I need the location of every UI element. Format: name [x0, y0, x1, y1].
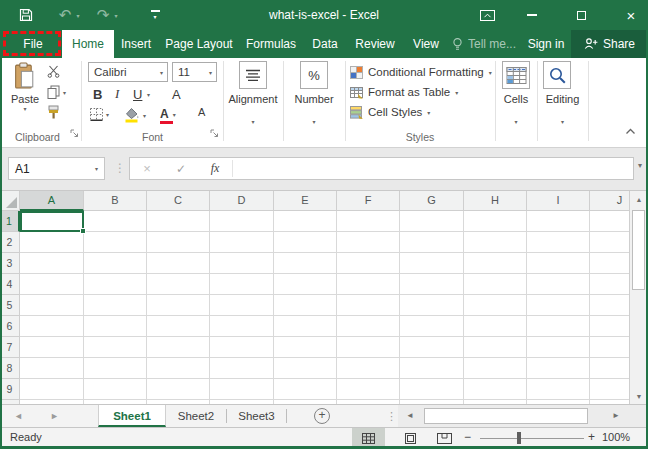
cell-J2[interactable] [590, 232, 629, 253]
zoom-slider-thumb[interactable] [517, 432, 521, 444]
sheet-tab-sheet1[interactable]: Sheet1 [98, 405, 166, 427]
cell-A2[interactable] [20, 232, 84, 253]
cell-F2[interactable] [337, 232, 400, 253]
formula-input[interactable] [233, 158, 633, 179]
cell-D5[interactable] [210, 295, 274, 316]
close-button[interactable]: × [616, 0, 646, 30]
cell-C8[interactable] [147, 358, 210, 379]
underline-button[interactable]: U [133, 85, 142, 103]
cell-A3[interactable] [20, 253, 84, 274]
cell-H9[interactable] [464, 379, 527, 400]
cell-G6[interactable] [400, 316, 464, 337]
cell-G9[interactable] [400, 379, 464, 400]
cell-H2[interactable] [464, 232, 527, 253]
cell-J9[interactable] [590, 379, 629, 400]
cell-B5[interactable] [84, 295, 147, 316]
cell-A6[interactable] [20, 316, 84, 337]
clipboard-dialog-launcher[interactable] [70, 124, 79, 142]
fill-handle[interactable] [80, 228, 86, 234]
cell-E1[interactable] [274, 211, 337, 232]
scroll-down-button[interactable]: ▼ [630, 388, 648, 405]
cell-G1[interactable] [400, 211, 464, 232]
collapse-ribbon-button[interactable] [625, 121, 636, 139]
cell-C9[interactable] [147, 379, 210, 400]
row-header-8[interactable]: 8 [0, 358, 20, 379]
cell-J6[interactable] [590, 316, 629, 337]
cell-A4[interactable] [20, 274, 84, 295]
cells-button[interactable] [502, 61, 530, 89]
cell-C4[interactable] [147, 274, 210, 295]
cell-D4[interactable] [210, 274, 274, 295]
number-button[interactable]: % [300, 61, 328, 89]
cell-G8[interactable] [400, 358, 464, 379]
vertical-scrollbar[interactable]: ▲ ▼ [629, 191, 648, 405]
column-header-B[interactable]: B [84, 191, 147, 211]
cell-C6[interactable] [147, 316, 210, 337]
cell-D8[interactable] [210, 358, 274, 379]
sheet-nav-left-button[interactable]: ◄ [14, 405, 23, 427]
share-button[interactable]: Share [571, 30, 648, 58]
cell-styles-button[interactable]: Cell Styles ▾ [350, 104, 430, 120]
row-header-2[interactable]: 2 [0, 232, 20, 253]
zoom-slider[interactable] [480, 438, 584, 439]
ribbon-display-options-button[interactable] [472, 0, 502, 30]
cell-I7[interactable] [527, 337, 590, 358]
cell-F5[interactable] [337, 295, 400, 316]
cell-B6[interactable] [84, 316, 147, 337]
row-header-4[interactable]: 4 [0, 274, 20, 295]
cell-B4[interactable] [84, 274, 147, 295]
cell-F9[interactable] [337, 379, 400, 400]
sign-in-button[interactable]: Sign in [523, 30, 569, 58]
alignment-dropdown-arrow[interactable]: ▾ [223, 110, 283, 128]
column-header-J[interactable]: J [590, 191, 629, 211]
cell-E2[interactable] [274, 232, 337, 253]
cell-H6[interactable] [464, 316, 527, 337]
cell-G2[interactable] [400, 232, 464, 253]
vertical-scroll-thumb[interactable] [632, 210, 645, 290]
cell-A7[interactable] [20, 337, 84, 358]
new-sheet-button[interactable]: + [314, 408, 330, 424]
zoom-out-button[interactable]: − [464, 428, 471, 447]
cell-F1[interactable] [337, 211, 400, 232]
column-header-I[interactable]: I [527, 191, 590, 211]
cell-J8[interactable] [590, 358, 629, 379]
cell-G5[interactable] [400, 295, 464, 316]
font-dialog-launcher[interactable] [210, 124, 219, 142]
cell-H7[interactable] [464, 337, 527, 358]
cell-F6[interactable] [337, 316, 400, 337]
cell-J4[interactable] [590, 274, 629, 295]
tab-insert[interactable]: Insert [114, 30, 158, 58]
cell-F7[interactable] [337, 337, 400, 358]
conditional-formatting-button[interactable]: Conditional Formatting ▾ [350, 64, 492, 80]
name-box-dropdown-arrow[interactable]: ▾ [95, 165, 98, 172]
column-header-G[interactable]: G [400, 191, 464, 211]
tab-review[interactable]: Review [348, 30, 402, 58]
cell-B9[interactable] [84, 379, 147, 400]
cell-D2[interactable] [210, 232, 274, 253]
cell-I9[interactable] [527, 379, 590, 400]
font-size-combobox[interactable]: 11▾ [172, 62, 217, 82]
cell-I5[interactable] [527, 295, 590, 316]
cell-E7[interactable] [274, 337, 337, 358]
cell-I8[interactable] [527, 358, 590, 379]
select-all-corner[interactable] [0, 191, 20, 211]
column-header-A[interactable]: A [20, 191, 84, 211]
borders-button[interactable]: ▾ [90, 108, 109, 121]
cell-J5[interactable] [590, 295, 629, 316]
underline-dropdown-arrow[interactable]: ▾ [147, 85, 150, 103]
cell-C3[interactable] [147, 253, 210, 274]
row-header-3[interactable]: 3 [0, 253, 20, 274]
format-as-table-button[interactable]: Format as Table ▾ [350, 84, 458, 100]
cell-A9[interactable] [20, 379, 84, 400]
page-layout-view-button[interactable] [396, 428, 424, 449]
cell-G7[interactable] [400, 337, 464, 358]
cell-B2[interactable] [84, 232, 147, 253]
row-header-6[interactable]: 6 [0, 316, 20, 337]
font-name-combobox[interactable]: Calibri▾ [88, 62, 168, 82]
fill-color-button[interactable]: ▾ [124, 107, 146, 123]
cut-button[interactable] [47, 65, 60, 78]
cell-D1[interactable] [210, 211, 274, 232]
cell-G4[interactable] [400, 274, 464, 295]
enter-button[interactable]: ✓ [164, 158, 198, 179]
column-header-H[interactable]: H [464, 191, 527, 211]
